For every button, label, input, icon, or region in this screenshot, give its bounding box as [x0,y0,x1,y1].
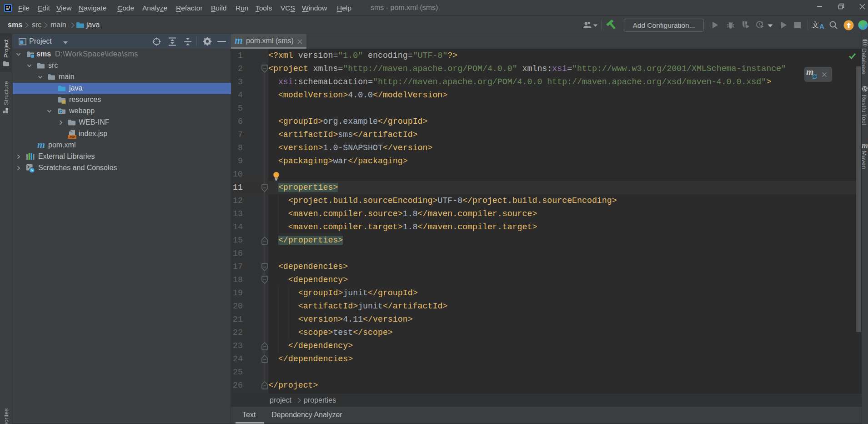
svg-text:IJ: IJ [6,6,10,10]
svg-text:JSP: JSP [69,136,75,139]
